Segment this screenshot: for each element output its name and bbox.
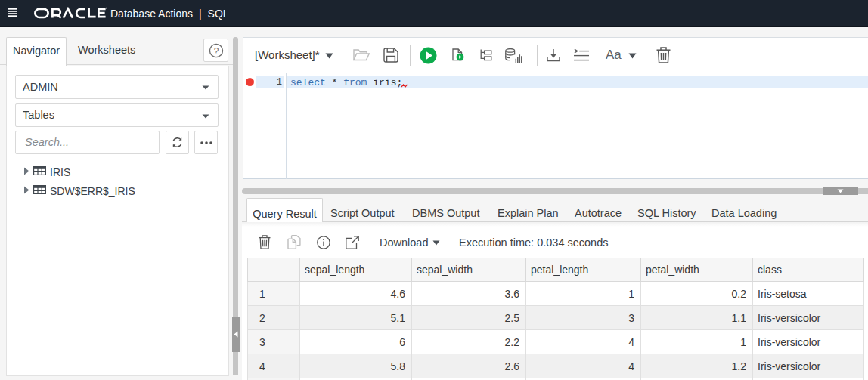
svg-text:?: ?: [213, 46, 219, 57]
